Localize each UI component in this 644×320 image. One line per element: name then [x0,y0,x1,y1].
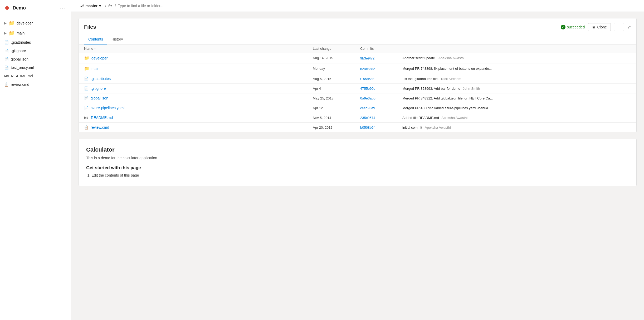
last-change-cell: Apr 20, 2012 [313,126,360,129]
file-name: review.cmd [91,125,109,129]
file-name-cell[interactable]: Md README.md [84,116,313,120]
file-icon: 📄 [4,57,9,61]
commit-msg-cell: Merged PR 348312: Add global.json file f… [402,96,631,100]
files-title: Files [84,24,96,30]
main-content: ⎇ master ▾ / 🗁 / Files ✓ succeeded 🖥 Cl [71,0,644,320]
table-row: 📁 main Monday b24cc382 Merged PR 748898:… [79,63,636,74]
path-separator-2: / [115,3,116,8]
commit-hash[interactable]: 0a9e3abb [360,96,375,100]
file-icon: 📄 [4,40,9,44]
cmd-icon: 📋 [4,82,9,87]
commit-hash-cell[interactable]: 9b3e9f72 [360,56,402,60]
files-header: Files ✓ succeeded 🖥 Clone ⋯ ⤢ [79,18,636,31]
commit-hash-cell[interactable]: 4755e90e [360,86,402,91]
commit-hash[interactable]: b0508b6f [360,126,374,129]
file-name-cell[interactable]: 📁 developer [84,56,313,61]
col-header-msg [402,47,631,51]
table-row: 📄 .gitattributes Aug 5, 2015 f155d5dc Fi… [79,74,636,84]
commit-message: Merged PR 456095: Added azure-pipelines.… [402,106,492,110]
table-row: 📄 azure-pipelines.yaml Apr 12 ceec23a9 M… [79,103,636,113]
files-section: Files ✓ succeeded 🖥 Clone ⋯ ⤢ Contents [79,18,637,132]
sidebar-item-global-json[interactable]: 📄 global.json [0,55,71,63]
last-change-cell: Nov 5, 2014 [313,116,360,120]
commit-msg-cell: Another script update. Apeksha Awasthi [402,56,631,60]
sidebar-file-label: test_one.yaml [11,66,34,70]
sidebar-item-developer[interactable]: ▶ 📁 developer [0,18,71,28]
file-name: developer [91,56,108,60]
file-name: .gitignore [91,86,106,91]
file-icon: 📄 [84,96,89,100]
readme-title: Calculator [86,146,629,153]
tab-contents[interactable]: Contents [84,34,107,44]
files-actions: ✓ succeeded 🖥 Clone ⋯ ⤢ [561,23,631,31]
status-text: succeeded [567,25,585,29]
commit-message: Fix the .gitattributes file. [402,77,438,81]
commit-author: Apeksha Awasthi [441,116,467,120]
commit-author: Apeksha Awasthi [425,126,451,129]
folder-nav-icon: 🗁 [108,3,113,8]
file-name-cell[interactable]: 📄 global.json [84,96,313,100]
expand-button[interactable]: ⤢ [627,24,631,30]
logo-icon [4,5,10,11]
commit-msg-cell: Added file README.md Apeksha Awasthi [402,116,631,120]
commit-hash-cell[interactable]: 0a9e3abb [360,96,402,100]
clone-label: Clone [597,25,607,29]
path-input[interactable] [118,4,638,8]
readme-step-1: Edit the contents of this page [91,173,629,177]
commit-hash-cell[interactable]: f155d5dc [360,77,402,81]
commit-hash[interactable]: f155d5dc [360,77,374,81]
table-body: 📁 developer Aug 14, 2015 9b3e9f72 Anothe… [79,53,636,132]
commit-hash[interactable]: 4755e90e [360,87,375,91]
clone-monitor-icon: 🖥 [592,25,596,29]
file-name-cell[interactable]: 📁 main [84,66,313,71]
sidebar-item-test-yaml[interactable]: 📄 test_one.yaml [0,63,71,72]
last-change-col-label: Last change [313,47,331,51]
commit-hash[interactable]: b24cc382 [360,67,375,71]
file-name-cell[interactable]: 📄 .gitattributes [84,77,313,81]
table-header: Name ↑ Last change Commits [79,44,636,53]
file-name-cell[interactable]: 📋 review.cmd [84,125,313,129]
last-change-cell: Apr 12 [313,106,360,110]
commit-msg-cell: Merged PR 748898: fix placement of butto… [402,67,631,71]
commit-msg-cell: Fix the .gitattributes file. Nick Kirche… [402,77,631,81]
tab-history[interactable]: History [107,34,127,44]
table-row: 📁 developer Aug 14, 2015 9b3e9f72 Anothe… [79,53,636,63]
file-name: global.json [91,96,108,100]
sidebar-item-review-cmd[interactable]: 📋 review.cmd [0,80,71,89]
clone-button[interactable]: 🖥 Clone [588,23,611,31]
app-title: Demo [13,5,26,11]
app-logo: Demo [4,5,26,11]
file-name: azure-pipelines.yaml [91,106,124,110]
commit-hash-cell[interactable]: 235c9674 [360,116,402,120]
sidebar-item-main[interactable]: ▶ 📁 main [0,28,71,38]
sidebar-more-button[interactable]: ⋯ [58,4,67,12]
commit-hash-cell[interactable]: b24cc382 [360,67,402,71]
commit-msg-cell: initial commit Apeksha Awasthi [402,126,631,129]
last-change-cell: Aug 14, 2015 [313,56,360,60]
sidebar-item-gitattributes[interactable]: 📄 .gitattributes [0,38,71,47]
topbar: ⎇ master ▾ / 🗁 / [71,0,644,12]
commit-hash-cell[interactable]: ceec23a9 [360,106,402,110]
commit-author: Nick Kirchem [441,77,461,81]
commit-hash[interactable]: 9b3e9f72 [360,56,374,60]
sidebar-item-readme[interactable]: Md README.md [0,72,71,80]
readme-section: Calculator This is a demo for the calcul… [79,139,637,186]
sidebar-item-gitignore[interactable]: 📄 .gitignore [0,47,71,55]
sidebar-header: Demo ⋯ [0,0,71,16]
branch-chevron-icon: ▾ [99,4,101,8]
branch-selector-button[interactable]: ⎇ master ▾ [77,3,103,9]
sidebar-nav: ▶ 📁 developer ▶ 📁 main 📄 .gitattributes … [0,16,71,320]
more-options-button[interactable]: ⋯ [614,23,624,31]
col-header-last-change: Last change [313,47,360,51]
commit-hash[interactable]: ceec23a9 [360,106,375,110]
file-name-cell[interactable]: 📄 azure-pipelines.yaml [84,106,313,110]
branch-name: master [85,4,97,8]
table-row: 📄 global.json May 25, 2018 0a9e3abb Merg… [79,93,636,103]
sidebar-file-label: .gitignore [11,49,26,53]
last-change-cell: Apr 4 [313,87,360,91]
commit-hash-cell[interactable]: b0508b6f [360,125,402,129]
file-name-cell[interactable]: 📄 .gitignore [84,86,313,91]
folder-icon: 📁 [9,20,14,26]
chevron-right-icon: ▶ [4,21,7,25]
commit-hash[interactable]: 235c9674 [360,116,375,120]
